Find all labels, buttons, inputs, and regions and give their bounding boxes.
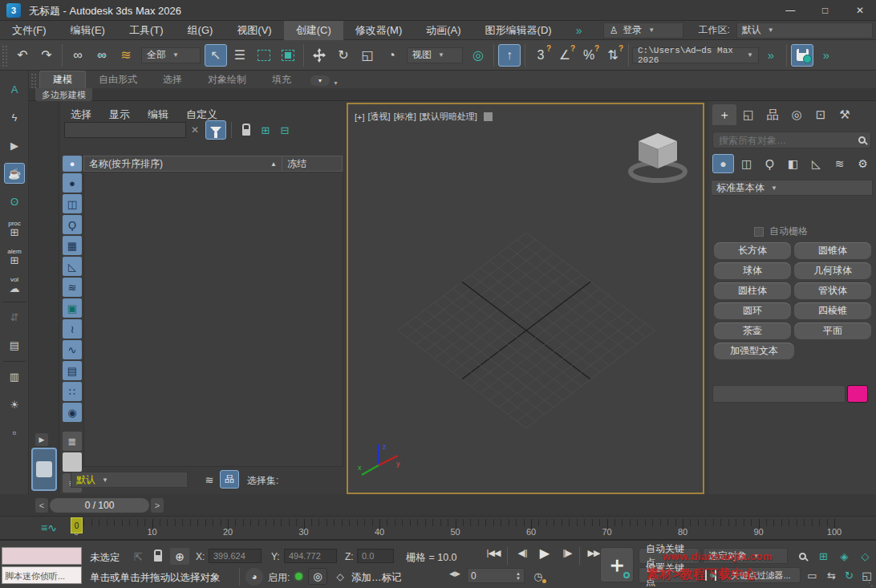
explorer-menu-display[interactable]: 显示 <box>109 107 130 122</box>
search-all-objects-input[interactable] <box>712 132 871 148</box>
select-and-rotate-icon[interactable]: ↻ <box>332 44 355 67</box>
select-and-move-icon[interactable] <box>308 44 331 67</box>
zoom-all-icon[interactable]: ⊞ <box>813 547 833 565</box>
spacewarps-filter-icon[interactable]: ≋ <box>63 278 82 297</box>
maximize-button[interactable]: □ <box>809 0 842 21</box>
modify-tab-icon[interactable]: ◱ <box>736 104 760 125</box>
next-frame-button[interactable]: > <box>151 498 164 513</box>
geometry-type-dropdown[interactable]: 标准基本体 ▼ <box>711 180 873 196</box>
ribbon-drag-handle[interactable] <box>31 74 37 88</box>
alembic-content-icon[interactable]: alem⊞ <box>4 245 25 266</box>
layer-explorer-icon[interactable]: ▤ <box>4 335 25 355</box>
ribbon-tab-populate[interactable]: 填充 <box>259 71 304 88</box>
shapes-filter-icon[interactable]: ◫ <box>63 194 82 213</box>
frame-step-icons[interactable]: ◀▶ <box>446 570 464 578</box>
teapot-icon[interactable]: ☕ <box>4 163 25 184</box>
zoom-extents-icon[interactable]: ◈ <box>834 547 854 565</box>
toolbar-overflow-chevron-2[interactable]: » <box>815 44 837 67</box>
tube-button[interactable]: 管状体 <box>794 282 871 299</box>
time-configuration-icon[interactable]: ◷ <box>529 568 547 584</box>
maxscript-listener-pink[interactable] <box>2 547 82 565</box>
maxscript-listener-white[interactable]: 脚本迷你侦听... <box>2 566 82 584</box>
cone-button[interactable]: 圆锥体 <box>794 242 871 259</box>
set-key-big-button[interactable]: ＋ <box>600 547 634 582</box>
time-slider[interactable]: 0 / 100 <box>50 498 149 513</box>
viewport-swatch-icon[interactable] <box>484 112 493 121</box>
select-object-icon[interactable]: ↖ <box>205 44 227 67</box>
autogrid-checkbox[interactable] <box>754 227 764 237</box>
select-and-scale-icon[interactable]: ◱ <box>356 44 379 67</box>
current-frame-marker[interactable]: 0 <box>71 517 83 533</box>
proc-content-icon[interactable]: proc⊞ <box>4 217 25 238</box>
keyboard-shortcut-override-icon[interactable]: ↑ <box>498 44 521 67</box>
cameras-filter-icon[interactable]: ▦ <box>63 236 82 255</box>
containers-filter-icon[interactable]: ▤ <box>63 361 82 380</box>
viewport-menu-pov[interactable]: [透视] <box>368 111 391 123</box>
explorer-search-input[interactable] <box>64 122 186 138</box>
bones-filter-icon[interactable]: ∿ <box>63 340 82 359</box>
menu-file[interactable]: 文件(F) <box>0 21 59 40</box>
explorer-menu-select[interactable]: 选择 <box>71 107 91 122</box>
timeline-ruler[interactable]: 0102030405060708090100 0 <box>71 517 842 539</box>
view-cube[interactable] <box>624 127 691 188</box>
plane-button[interactable]: 平面 <box>794 322 871 339</box>
viewport-menu-general[interactable]: [+] <box>355 112 365 122</box>
selection-set-dropdown[interactable]: 默认 ▼ <box>71 472 188 488</box>
z-coordinate-field[interactable]: 0.0 <box>357 549 394 563</box>
geometry-filter-icon[interactable]: ● <box>63 173 82 193</box>
use-pivot-center-icon[interactable]: ◔ <box>380 44 403 67</box>
current-frame-field[interactable]: 0 ▲▼ <box>467 568 525 583</box>
visibility-filter-icon[interactable]: ◉ <box>63 403 82 422</box>
add-time-tag[interactable]: 添加…标记 <box>351 571 402 585</box>
select-lights-icon[interactable]: ☀ <box>4 394 25 415</box>
cameras-category-icon[interactable]: ◧ <box>782 154 804 173</box>
cube-tag-icon[interactable]: ◇ <box>332 568 348 585</box>
xref-filter-icon[interactable]: ∷ <box>63 382 82 401</box>
menu-animation[interactable]: 动画(A) <box>414 21 472 40</box>
previous-key-icon[interactable]: ◀|| <box>512 548 533 558</box>
layer-stack-icon[interactable]: ≋ <box>201 472 218 488</box>
unlink-icon[interactable]: ∞ <box>91 44 113 67</box>
adaptive-degradation-icon[interactable]: ◕ <box>245 568 263 586</box>
geosphere-button[interactable]: 几何球体 <box>794 262 871 279</box>
bind-to-spacewarp-icon[interactable]: ≋ <box>115 44 137 67</box>
select-and-manipulate-icon[interactable]: ◎ <box>467 44 489 67</box>
motion-tab-icon[interactable]: ◎ <box>785 104 809 125</box>
link-icon[interactable]: ∞ <box>67 44 89 67</box>
lights-category-icon[interactable]: Ϙ <box>759 154 781 173</box>
toolbar-drag-handle[interactable] <box>2 44 8 67</box>
ribbon-tab-freeform[interactable]: 自由形式 <box>86 71 150 88</box>
helpers-filter-icon[interactable]: ◺ <box>63 257 82 276</box>
cylinder-button[interactable]: 圆柱体 <box>714 282 791 299</box>
close-button[interactable]: ✕ <box>844 0 876 21</box>
explorer-object-list[interactable] <box>83 172 343 467</box>
minimize-button[interactable]: — <box>774 0 806 21</box>
layout-flyout-arrow-icon[interactable]: ▶ <box>35 433 48 446</box>
workspace-dropdown[interactable]: 默认 ▼ <box>736 22 873 39</box>
menu-edit[interactable]: 编辑(E) <box>59 21 117 40</box>
sphere-button[interactable]: 球体 <box>714 262 791 279</box>
reference-coordinate-dropdown[interactable]: 视图 ▼ <box>407 47 463 63</box>
menu-create[interactable]: 创建(C) <box>284 21 343 40</box>
spinner-icon[interactable]: ▲▼ <box>516 571 521 581</box>
display-all-toggle-icon[interactable]: ● <box>63 156 82 172</box>
viewport-layout-tab[interactable] <box>31 448 57 491</box>
zoom-region-icon[interactable]: ▭ <box>802 566 822 584</box>
helpers-category-icon[interactable]: ◺ <box>805 154 827 173</box>
systems-category-icon[interactable]: ⚙ <box>852 154 874 173</box>
ribbon-subtab-polygon-modeling[interactable]: 多边形建模 <box>35 88 92 101</box>
lock-explorer-icon[interactable] <box>237 120 255 140</box>
shapes-category-icon[interactable]: ◫ <box>736 154 757 173</box>
selection-region-icon[interactable] <box>253 44 275 67</box>
next-key-icon[interactable]: ||▶ <box>557 548 578 558</box>
snap-3d-icon[interactable]: 3? <box>529 44 552 67</box>
zoom-icon[interactable] <box>793 547 813 565</box>
object-color-swatch[interactable] <box>847 385 868 403</box>
menu-views[interactable]: 视图(V) <box>225 21 283 40</box>
object-name-input[interactable] <box>712 385 846 403</box>
create-tab-icon[interactable]: ＋ <box>712 104 736 125</box>
ribbon-minimize-icon[interactable]: ▼ <box>310 75 330 86</box>
selection-lock-flyout-icon[interactable]: ⇱ <box>128 549 148 565</box>
render-window-icon[interactable]: ▶ <box>4 135 25 156</box>
resize-grip-icon[interactable]: ⋱ <box>866 578 874 587</box>
